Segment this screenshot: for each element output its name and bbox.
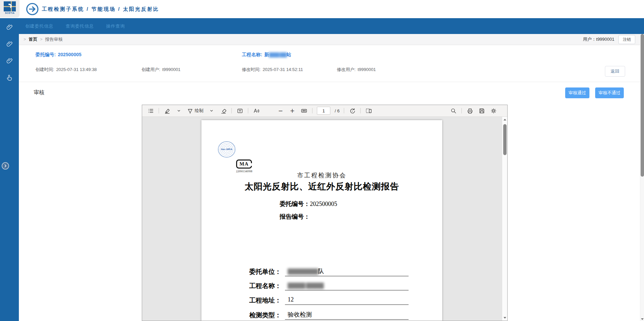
page-number-input[interactable] [317,107,330,115]
page-view-icon[interactable] [365,106,373,115]
zoom-in-button[interactable]: + [289,106,296,115]
scroll-down-arrow[interactable] [504,317,506,319]
link-icon[interactable] [6,23,13,31]
pdf-page: ilac-MRA MA 220901340998 市工程检测协会 太阳光反射比、… [201,120,442,321]
sidebar-expand-button[interactable] [2,162,9,170]
entrust-number-label: 委托编号: [35,52,56,57]
link-icon[interactable] [6,57,13,64]
doc-entrust-number: 委托编号：202500005 [280,200,337,208]
minus-icon: − [278,108,283,114]
redacted-text: ▇▇▇▇ ▇▇▇▇ [288,282,323,289]
highlighter-dropdown-icon[interactable] [175,106,183,115]
ilac-mra-text: ilac-MRA [221,148,232,151]
highlighter-icon[interactable] [163,106,171,115]
zoom-out-button[interactable]: − [277,106,284,115]
review-section-title: 审核 [34,89,44,96]
redacted-text: ▇▇▇ ▇▇ [269,52,287,57]
association-name: 市工程检测协会 [201,171,442,179]
project-name: 工程名称:新▇▇▇ ▇▇站 [242,52,291,58]
field-project-name: 工程名称： ▇▇▇▇ ▇▇▇▇ [249,282,409,290]
nav-item-query-entrust[interactable]: 查询委托信息 [66,23,94,29]
draw-button[interactable]: 绘制 [187,106,203,115]
print-icon[interactable] [466,106,474,115]
current-user-label: 用户：t9990001 [583,36,614,42]
toc-icon[interactable] [147,106,154,115]
page-count-label: / 6 [335,108,340,113]
pdf-content-area: ilac-MRA MA 220901340998 市工程检测协会 太阳光反射比、… [142,117,502,321]
page-scrollbar [640,34,644,321]
rotate-icon[interactable] [349,106,356,115]
modified-user: 修改用户:t9990001 [337,67,376,73]
top-header: SCETIA 工程检测子系统 / 节能现场 / 太阳光反射比 [0,0,644,18]
settings-gear-icon[interactable] [490,106,497,115]
collapse-menu-icon[interactable] [26,2,39,16]
breadcrumb-home-link[interactable]: 首页 [29,36,37,42]
field-test-type: 检测类型： 验收检测 [249,311,409,320]
breadcrumb-separator: > [24,37,26,42]
left-sidebar [0,18,19,321]
nav-item-operation-query[interactable]: 操作查询 [106,23,125,29]
entrust-number-value: 202500005 [58,52,82,57]
ilac-mra-stamp: ilac-MRA [218,141,235,157]
modified-time: 修改时间:2025-07-31 14:52:11 [242,67,303,73]
link-icon[interactable] [6,40,13,47]
cma-mark: MA [236,159,252,169]
fit-to-width-icon[interactable] [300,106,308,115]
draw-dropdown-icon[interactable] [208,106,215,115]
page-scrollbar-thumb[interactable] [641,34,644,177]
pdf-toolbar: 绘制 [142,105,507,117]
back-button[interactable]: 返回 [605,66,625,77]
scetia-logo-mark [4,1,16,11]
hand-click-icon[interactable] [6,74,13,81]
save-icon[interactable] [478,106,485,115]
project-name-label: 工程名称: [242,52,262,57]
pdf-scrollbar [502,117,507,321]
scetia-logo-text: SCETIA [0,12,20,14]
read-aloud-icon[interactable] [253,106,260,115]
plus-icon: + [290,108,295,114]
field-project-address: 工程地址： 12 [249,296,409,305]
app-root: SCETIA 工程检测子系统 / 节能现场 / 太阳光反射比 创建委托信息 查询… [0,0,644,321]
redacted-text: ▇▇▇▇▇▇▇ [288,268,318,275]
breadcrumb-bar: > 首页 > 报告审核 用户：t9990001 注销 [19,34,640,45]
approve-button[interactable]: 审核通过 [565,87,589,98]
nav-item-create-entrust[interactable]: 创建委托信息 [25,23,54,29]
draw-label: 绘制 [195,108,203,114]
eraser-icon[interactable] [220,106,227,115]
entrust-number: 委托编号:202500005 [35,52,82,58]
add-text-icon[interactable] [236,106,244,115]
created-user: 创建用户:t9990001 [141,67,181,73]
page-scroll-down-arrow[interactable] [641,318,644,320]
logout-button[interactable]: 注销 [618,35,635,44]
scroll-up-arrow[interactable] [504,119,506,120]
created-time: 创建时间:2025-07-31 13:49:38 [35,67,97,73]
entrust-info-section: 委托编号:202500005 工程名称:新▇▇▇ ▇▇站 创建时间:2025-0… [19,45,644,82]
pdf-scrollbar-thumb[interactable] [503,124,507,155]
field-entrust-unit: 委托单位： ▇▇▇▇▇▇▇队 [249,267,409,276]
breadcrumb-separator: > [40,37,42,42]
scetia-logo: SCETIA [0,0,20,17]
search-icon[interactable] [450,106,457,115]
page-title: 工程检测子系统 / 节能现场 / 太阳光反射比 [42,0,159,18]
doc-report-number: 报告编号： [280,213,310,221]
main-navbar: 创建委托信息 查询委托信息 操作查询 [19,18,644,34]
pdf-viewer: 绘制 [142,105,508,321]
report-title: 太阳光反射比、近红外反射比检测报告 [201,181,442,192]
breadcrumb-current: 报告审核 [45,36,63,42]
reject-button[interactable]: 审核不通过 [595,87,624,98]
cma-text: MA [239,161,249,167]
